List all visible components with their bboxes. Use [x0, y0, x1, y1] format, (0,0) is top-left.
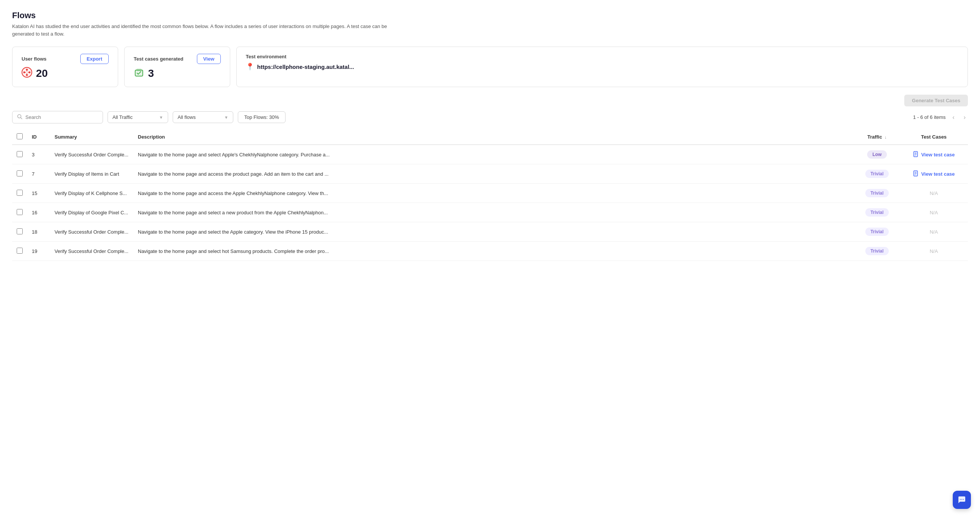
page-title: Flows [12, 11, 968, 21]
row-traffic: Trivial [854, 203, 900, 222]
view-button[interactable]: View [197, 54, 221, 64]
id-header: ID [27, 129, 50, 145]
next-page-button[interactable]: › [961, 113, 968, 122]
row-description: Navigate to the home page and access the… [133, 184, 854, 203]
sort-icon: ↓ [885, 135, 887, 139]
location-icon: 📍 [246, 62, 254, 71]
flows-dropdown-label: All flows [178, 114, 196, 120]
row-checkbox[interactable] [17, 228, 23, 234]
search-input[interactable] [25, 114, 98, 120]
row-description: Navigate to the home page and select App… [133, 145, 854, 164]
row-checkbox[interactable] [17, 190, 23, 196]
row-checkbox[interactable] [17, 170, 23, 176]
page-subtitle: Katalon AI has studied the end user acti… [12, 23, 391, 38]
row-summary: Verify Display of Google Pixel C... [50, 203, 133, 222]
row-test-case: N/A [900, 203, 968, 222]
row-traffic: Low [854, 145, 900, 164]
row-traffic: Trivial [854, 164, 900, 184]
summary-header: Summary [50, 129, 133, 145]
select-all-checkbox[interactable] [17, 133, 23, 139]
user-flows-card: User flows Export 20 [12, 46, 118, 87]
generate-test-cases-button[interactable]: Generate Test Cases [904, 95, 968, 106]
flows-dropdown[interactable]: All flows ▼ [173, 111, 233, 123]
traffic-dropdown[interactable]: All Traffic ▼ [108, 111, 168, 123]
view-test-case-link[interactable]: View test case [904, 151, 963, 158]
row-id: 16 [27, 203, 50, 222]
row-checkbox[interactable] [17, 151, 23, 157]
row-id: 3 [27, 145, 50, 164]
traffic-dropdown-label: All Traffic [113, 114, 132, 120]
na-text: N/A [930, 210, 938, 216]
row-summary: Verify Successful Order Comple... [50, 145, 133, 164]
row-summary: Verify Successful Order Comple... [50, 242, 133, 261]
pagination-info: 1 - 6 of 6 items ‹ › [913, 113, 968, 122]
document-icon [913, 151, 919, 158]
top-flows-button[interactable]: Top Flows: 30% [238, 111, 286, 123]
user-flows-value: 20 [36, 67, 48, 79]
row-traffic: Trivial [854, 242, 900, 261]
table-row: 15Verify Display of K Cellphone S...Navi… [12, 184, 968, 203]
stats-row: User flows Export 20 [12, 46, 968, 87]
test-cases-header: Test Cases [900, 129, 968, 145]
row-test-case: N/A [900, 184, 968, 203]
na-text: N/A [930, 229, 938, 235]
row-id: 19 [27, 242, 50, 261]
table-row: 18Verify Successful Order Comple...Navig… [12, 222, 968, 242]
view-test-case-link[interactable]: View test case [904, 170, 963, 178]
traffic-badge: Trivial [865, 247, 889, 255]
traffic-header: Traffic ↓ [854, 129, 900, 145]
svg-point-1 [24, 72, 25, 73]
search-icon [17, 114, 22, 121]
filters-row: All Traffic ▼ All flows ▼ Top Flows: 30%… [12, 111, 968, 124]
test-cases-label: Test cases generated [134, 56, 183, 62]
table-row: 7Verify Display of Items in CartNavigate… [12, 164, 968, 184]
user-flows-icon [22, 67, 32, 80]
row-traffic: Trivial [854, 222, 900, 242]
table-header-row: ID Summary Description Traffic ↓ Test Ca… [12, 129, 968, 145]
environment-url: https://cellphone-staging.aut.katal... [257, 64, 354, 70]
user-flows-label: User flows [22, 56, 46, 62]
select-all-header [12, 129, 27, 145]
svg-line-13 [21, 118, 22, 119]
svg-rect-11 [137, 69, 141, 71]
na-text: N/A [930, 191, 938, 196]
row-id: 18 [27, 222, 50, 242]
row-test-case: View test case [900, 145, 968, 164]
traffic-badge: Low [867, 150, 887, 159]
chevron-down-icon: ▼ [159, 115, 163, 120]
row-summary: Verify Display of Items in Cart [50, 164, 133, 184]
row-summary: Verify Successful Order Comple... [50, 222, 133, 242]
traffic-badge: Trivial [865, 189, 889, 197]
environment-label: Test environment [246, 54, 958, 59]
flows-table: ID Summary Description Traffic ↓ Test Ca… [12, 129, 968, 261]
prev-page-button[interactable]: ‹ [950, 113, 956, 122]
toolbar: Generate Test Cases [12, 95, 968, 106]
test-cases-value: 3 [148, 67, 154, 79]
export-button[interactable]: Export [80, 54, 109, 64]
table-row: 3Verify Successful Order Comple...Naviga… [12, 145, 968, 164]
row-description: Navigate to the home page and select the… [133, 222, 854, 242]
traffic-badge: Trivial [865, 208, 889, 216]
test-cases-card: Test cases generated View 3 [124, 46, 230, 87]
document-icon [913, 170, 919, 178]
svg-point-2 [26, 69, 28, 71]
row-test-case: N/A [900, 242, 968, 261]
description-header: Description [133, 129, 854, 145]
row-id: 7 [27, 164, 50, 184]
row-description: Navigate to the home page and access the… [133, 164, 854, 184]
row-summary: Verify Display of K Cellphone S... [50, 184, 133, 203]
svg-point-4 [26, 74, 28, 76]
row-checkbox[interactable] [17, 209, 23, 215]
row-test-case: View test case [900, 164, 968, 184]
table-row: 19Verify Successful Order Comple...Navig… [12, 242, 968, 261]
row-test-case: N/A [900, 222, 968, 242]
traffic-badge: Trivial [865, 170, 889, 178]
row-description: Navigate to the home page and select a n… [133, 203, 854, 222]
pagination-text: 1 - 6 of 6 items [913, 114, 945, 120]
row-description: Navigate to the home page and select hot… [133, 242, 854, 261]
row-checkbox[interactable] [17, 248, 23, 254]
search-box [12, 111, 103, 124]
na-text: N/A [930, 248, 938, 254]
svg-point-3 [29, 72, 31, 73]
environment-card: Test environment 📍 https://cellphone-sta… [236, 46, 968, 87]
